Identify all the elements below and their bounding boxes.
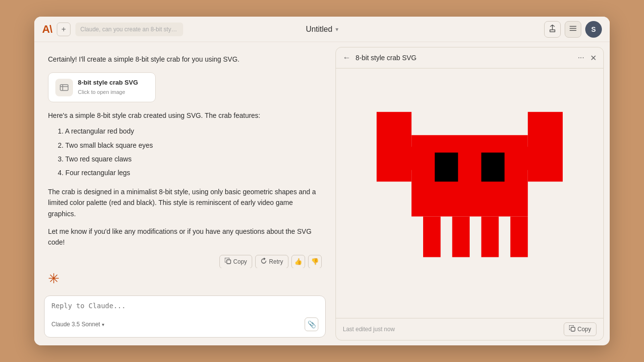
svg-rect-20 <box>571 327 575 331</box>
back-button[interactable]: ← <box>343 53 351 62</box>
chat-input[interactable] <box>51 302 318 314</box>
artifact-panel: ← 8-bit style crab SVG ··· ✕ <box>335 47 604 340</box>
avatar[interactable]: S <box>585 21 602 38</box>
like-button[interactable]: 👍 <box>291 255 305 268</box>
chat-input-bottom: Claude 3.5 Sonnet ▾ 📎 <box>51 317 318 331</box>
thumbs-down-icon: 👎 <box>311 258 319 265</box>
intro-text: Certainly! I'll create a simple 8-bit st… <box>48 54 322 65</box>
crab-display <box>346 78 594 308</box>
artifact-copy-label: Copy <box>577 326 591 333</box>
model-selector[interactable]: Claude 3.5 Sonnet ▾ <box>51 321 104 328</box>
artifact-card-title: 8-bit style crab SVG <box>78 78 138 88</box>
app-window: A\ + Claude, can you create an 8-bit sty… <box>34 17 610 345</box>
search-bar[interactable]: Claude, can you create an 8-bit style cr… <box>75 23 183 36</box>
main-content: Certainly! I'll create a simple 8-bit st… <box>34 42 610 345</box>
settings-icon <box>569 24 577 34</box>
retry-label: Retry <box>269 258 283 265</box>
close-icon: ✕ <box>590 54 596 62</box>
svg-rect-18 <box>481 217 499 257</box>
svg-rect-14 <box>435 153 458 181</box>
svg-rect-6 <box>227 260 231 264</box>
artifact-footer: Last edited just now Copy <box>336 318 603 340</box>
artifact-card[interactable]: 8-bit style crab SVG Click to open image <box>48 72 156 102</box>
new-chat-button[interactable]: + <box>57 23 71 36</box>
list-item: Two red square claws <box>58 154 322 164</box>
svg-rect-1 <box>570 28 576 29</box>
description-1: The crab is designed in a minimalist 8-b… <box>48 186 322 219</box>
model-name: Claude 3.5 Sonnet <box>51 321 100 328</box>
svg-rect-2 <box>570 30 576 31</box>
attach-icon: 📎 <box>308 320 316 328</box>
artifact-copy-icon <box>569 325 575 333</box>
svg-rect-3 <box>60 85 68 90</box>
features-list: A rectangular red body Two small black s… <box>48 126 322 179</box>
svg-rect-10 <box>528 112 563 147</box>
title-center[interactable]: Untitled ▾ <box>306 25 338 34</box>
copy-icon <box>225 258 231 266</box>
artifact-panel-header: ← 8-bit style crab SVG ··· ✕ <box>336 47 603 68</box>
title-bar-right: S <box>544 21 602 38</box>
artifact-panel-title: 8-bit style crab SVG <box>356 54 575 62</box>
svg-rect-19 <box>510 217 528 257</box>
svg-rect-16 <box>423 217 441 257</box>
list-item: Two small black square eyes <box>58 140 322 151</box>
dislike-button[interactable]: 👎 <box>308 255 322 268</box>
share-icon <box>549 24 556 34</box>
svg-rect-0 <box>570 26 576 27</box>
chat-input-area: Claude 3.5 Sonnet ▾ 📎 <box>34 290 335 345</box>
chat-panel: Certainly! I'll create a simple 8-bit st… <box>34 42 335 345</box>
svg-rect-15 <box>481 153 505 181</box>
share-button[interactable] <box>544 21 561 38</box>
search-text: Claude, can you create an 8-bit style cr… <box>80 26 178 33</box>
chat-messages: Certainly! I'll create a simple 8-bit st… <box>34 42 335 268</box>
retry-button[interactable]: Retry <box>255 255 288 268</box>
artifact-content <box>336 68 603 318</box>
more-options-button[interactable]: ··· <box>575 52 587 63</box>
copy-button[interactable]: Copy <box>219 255 252 268</box>
artifact-copy-button[interactable]: Copy <box>564 322 596 336</box>
title-bar: A\ + Claude, can you create an 8-bit sty… <box>34 17 610 42</box>
svg-rect-13 <box>411 135 528 216</box>
title-bar-left: A\ + Claude, can you create an 8-bit sty… <box>42 23 183 36</box>
claude-icon-row: ✳ <box>34 268 335 290</box>
list-item: A rectangular red body <box>58 126 322 136</box>
anthropic-logo: A\ <box>42 23 52 36</box>
artifact-panel-actions: ··· ✕ <box>575 52 596 63</box>
description-2: Let me know if you'd like any modificati… <box>48 226 322 248</box>
artifact-card-icon <box>55 79 73 96</box>
artifact-card-info: 8-bit style crab SVG Click to open image <box>78 78 138 96</box>
last-edited-label: Last edited just now <box>343 326 395 333</box>
more-options-icon: ··· <box>578 53 584 62</box>
close-artifact-button[interactable]: ✕ <box>590 53 596 63</box>
artifact-card-subtitle: Click to open image <box>78 88 138 97</box>
svg-rect-9 <box>528 147 563 181</box>
claude-asterisk-icon: ✳ <box>48 272 59 286</box>
retry-icon <box>261 258 267 266</box>
settings-button[interactable] <box>565 21 581 38</box>
attach-button[interactable]: 📎 <box>305 317 318 331</box>
features-intro: Here's a simple 8-bit style crab created… <box>48 110 322 121</box>
copy-label: Copy <box>233 258 247 265</box>
chat-input-box: Claude 3.5 Sonnet ▾ 📎 <box>44 295 326 338</box>
back-arrow-icon: ← <box>343 53 351 62</box>
thumbs-up-icon: 👍 <box>294 258 302 265</box>
crab-svg <box>377 110 563 276</box>
svg-rect-17 <box>452 217 470 257</box>
svg-rect-8 <box>377 112 411 147</box>
message-actions: Copy Retry 👍 <box>48 255 322 268</box>
list-item: Four rectangular legs <box>58 167 322 178</box>
model-chevron-icon: ▾ <box>102 322 104 327</box>
title-chevron-icon: ▾ <box>335 26 338 33</box>
window-title: Untitled <box>306 25 332 34</box>
svg-rect-7 <box>377 147 411 181</box>
assistant-message: Certainly! I'll create a simple 8-bit st… <box>48 54 322 268</box>
